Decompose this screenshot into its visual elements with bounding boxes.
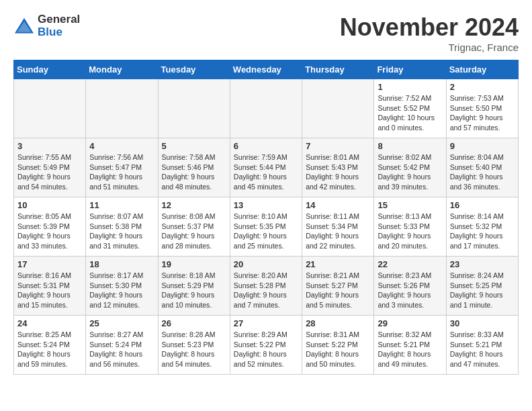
day-number: 16 [450, 200, 515, 210]
logo-blue: Blue [38, 26, 80, 39]
day-number: 7 [306, 141, 370, 151]
day-detail: Sunrise: 8:18 AMSunset: 5:29 PMDaylight:… [162, 271, 226, 310]
header-thursday: Thursday [302, 60, 374, 79]
calendar-cell: 9Sunrise: 8:04 AMSunset: 5:40 PMDaylight… [446, 138, 518, 197]
header-saturday: Saturday [446, 60, 518, 79]
day-detail: Sunrise: 8:01 AMSunset: 5:43 PMDaylight:… [306, 152, 370, 192]
calendar-cell: 28Sunrise: 8:31 AMSunset: 5:22 PMDayligh… [302, 316, 374, 375]
header-monday: Monday [86, 60, 158, 79]
day-number: 24 [17, 318, 82, 328]
day-detail: Sunrise: 8:17 AMSunset: 5:30 PMDaylight:… [89, 271, 154, 310]
day-number: 18 [89, 259, 154, 269]
calendar-cell: 26Sunrise: 8:28 AMSunset: 5:23 PMDayligh… [158, 316, 230, 375]
calendar-cell: 8Sunrise: 8:02 AMSunset: 5:42 PMDaylight… [374, 138, 446, 197]
day-detail: Sunrise: 7:56 AMSunset: 5:47 PMDaylight:… [89, 152, 154, 192]
day-number: 8 [378, 141, 442, 151]
day-number: 30 [450, 318, 515, 328]
calendar-cell: 30Sunrise: 8:33 AMSunset: 5:21 PMDayligh… [446, 316, 518, 375]
day-number: 5 [162, 141, 226, 151]
day-number: 12 [162, 200, 226, 210]
calendar-cell [86, 79, 158, 138]
day-number: 25 [89, 318, 154, 328]
calendar-week-4: 17Sunrise: 8:16 AMSunset: 5:31 PMDayligh… [14, 257, 519, 316]
day-number: 29 [378, 318, 442, 328]
day-number: 20 [234, 259, 298, 269]
header-friday: Friday [374, 60, 446, 79]
calendar-cell: 13Sunrise: 8:10 AMSunset: 5:35 PMDayligh… [230, 197, 302, 257]
header-tuesday: Tuesday [158, 60, 230, 79]
day-detail: Sunrise: 8:08 AMSunset: 5:37 PMDaylight:… [162, 212, 226, 251]
day-detail: Sunrise: 8:23 AMSunset: 5:26 PMDaylight:… [378, 271, 442, 310]
calendar-cell: 23Sunrise: 8:24 AMSunset: 5:25 PMDayligh… [446, 257, 518, 316]
calendar-cell [158, 79, 230, 138]
day-number: 10 [17, 200, 82, 210]
day-detail: Sunrise: 8:07 AMSunset: 5:38 PMDaylight:… [89, 212, 154, 251]
day-detail: Sunrise: 8:05 AMSunset: 5:39 PMDaylight:… [17, 212, 82, 251]
calendar-cell: 17Sunrise: 8:16 AMSunset: 5:31 PMDayligh… [14, 257, 86, 316]
day-number: 26 [162, 318, 226, 328]
calendar-header-row: SundayMondayTuesdayWednesdayThursdayFrid… [14, 60, 519, 79]
calendar-cell: 2Sunrise: 7:53 AMSunset: 5:50 PMDaylight… [446, 79, 518, 138]
logo-icon [13, 17, 35, 36]
day-detail: Sunrise: 8:10 AMSunset: 5:35 PMDaylight:… [234, 212, 298, 251]
calendar-week-3: 10Sunrise: 8:05 AMSunset: 5:39 PMDayligh… [14, 197, 519, 257]
day-detail: Sunrise: 8:16 AMSunset: 5:31 PMDaylight:… [17, 271, 82, 310]
calendar-cell: 14Sunrise: 8:11 AMSunset: 5:34 PMDayligh… [302, 197, 374, 257]
calendar-week-1: 1Sunrise: 7:52 AMSunset: 5:52 PMDaylight… [14, 79, 519, 138]
day-number: 9 [450, 141, 515, 151]
day-number: 4 [89, 141, 154, 151]
day-number: 15 [378, 200, 442, 210]
day-number: 17 [17, 259, 82, 269]
logo: General Blue [13, 13, 80, 38]
calendar-cell [14, 79, 86, 138]
day-number: 27 [234, 318, 298, 328]
day-number: 13 [234, 200, 298, 210]
day-number: 23 [450, 259, 515, 269]
calendar-week-2: 3Sunrise: 7:55 AMSunset: 5:49 PMDaylight… [14, 138, 519, 197]
calendar-cell: 29Sunrise: 8:32 AMSunset: 5:21 PMDayligh… [374, 316, 446, 375]
day-detail: Sunrise: 8:29 AMSunset: 5:22 PMDaylight:… [234, 330, 298, 369]
day-detail: Sunrise: 8:27 AMSunset: 5:24 PMDaylight:… [89, 330, 154, 369]
calendar-cell [230, 79, 302, 138]
calendar-cell: 21Sunrise: 8:21 AMSunset: 5:27 PMDayligh… [302, 257, 374, 316]
calendar-cell: 25Sunrise: 8:27 AMSunset: 5:24 PMDayligh… [86, 316, 158, 375]
location: Trignac, France [340, 42, 519, 53]
day-detail: Sunrise: 8:21 AMSunset: 5:27 PMDaylight:… [306, 271, 370, 310]
day-detail: Sunrise: 8:20 AMSunset: 5:28 PMDaylight:… [234, 271, 298, 310]
day-detail: Sunrise: 8:24 AMSunset: 5:25 PMDaylight:… [450, 271, 515, 310]
day-number: 14 [306, 200, 370, 210]
day-detail: Sunrise: 7:52 AMSunset: 5:52 PMDaylight:… [378, 93, 442, 133]
logo-general: General [38, 13, 80, 26]
header-wednesday: Wednesday [230, 60, 302, 79]
calendar-cell: 5Sunrise: 7:58 AMSunset: 5:46 PMDaylight… [158, 138, 230, 197]
calendar-cell: 10Sunrise: 8:05 AMSunset: 5:39 PMDayligh… [14, 197, 86, 257]
day-number: 11 [89, 200, 154, 210]
day-detail: Sunrise: 7:53 AMSunset: 5:50 PMDaylight:… [450, 93, 515, 133]
calendar-cell: 4Sunrise: 7:56 AMSunset: 5:47 PMDaylight… [86, 138, 158, 197]
calendar-cell: 12Sunrise: 8:08 AMSunset: 5:37 PMDayligh… [158, 197, 230, 257]
calendar-cell [302, 79, 374, 138]
day-detail: Sunrise: 8:28 AMSunset: 5:23 PMDaylight:… [162, 330, 226, 369]
calendar-cell: 24Sunrise: 8:25 AMSunset: 5:24 PMDayligh… [14, 316, 86, 375]
header-sunday: Sunday [14, 60, 86, 79]
calendar-table: SundayMondayTuesdayWednesdayThursdayFrid… [13, 60, 519, 375]
day-number: 28 [306, 318, 370, 328]
day-detail: Sunrise: 8:32 AMSunset: 5:21 PMDaylight:… [378, 330, 442, 369]
day-detail: Sunrise: 7:59 AMSunset: 5:44 PMDaylight:… [234, 152, 298, 192]
calendar-cell: 1Sunrise: 7:52 AMSunset: 5:52 PMDaylight… [374, 79, 446, 138]
calendar-cell: 18Sunrise: 8:17 AMSunset: 5:30 PMDayligh… [86, 257, 158, 316]
day-detail: Sunrise: 8:25 AMSunset: 5:24 PMDaylight:… [17, 330, 82, 369]
day-detail: Sunrise: 7:58 AMSunset: 5:46 PMDaylight:… [162, 152, 226, 192]
day-number: 6 [234, 141, 298, 151]
day-number: 1 [378, 82, 442, 92]
day-detail: Sunrise: 8:31 AMSunset: 5:22 PMDaylight:… [306, 330, 370, 369]
day-number: 19 [162, 259, 226, 269]
day-detail: Sunrise: 8:02 AMSunset: 5:42 PMDaylight:… [378, 152, 442, 192]
calendar-cell: 3Sunrise: 7:55 AMSunset: 5:49 PMDaylight… [14, 138, 86, 197]
day-number: 3 [17, 141, 82, 151]
day-number: 22 [378, 259, 442, 269]
calendar-cell: 19Sunrise: 8:18 AMSunset: 5:29 PMDayligh… [158, 257, 230, 316]
day-detail: Sunrise: 8:04 AMSunset: 5:40 PMDaylight:… [450, 152, 515, 192]
month-title: November 2024 [340, 13, 519, 42]
day-detail: Sunrise: 8:14 AMSunset: 5:32 PMDaylight:… [450, 212, 515, 251]
